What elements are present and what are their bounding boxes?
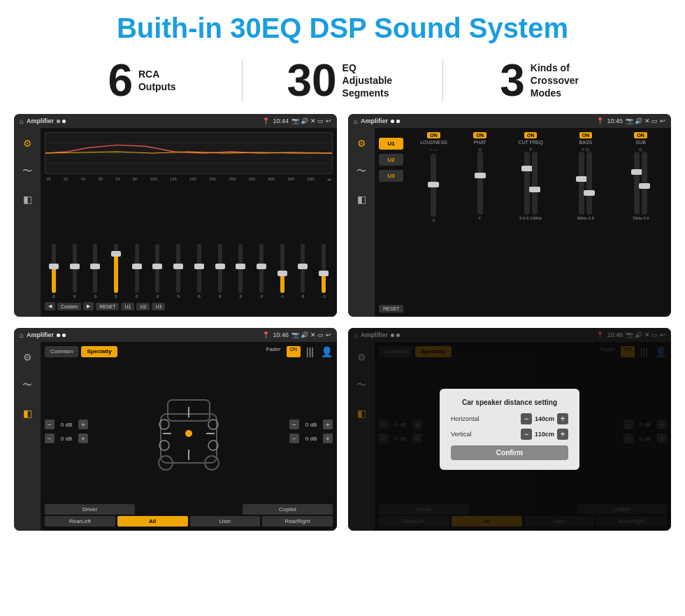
crossover-screen-card: ⌂ Amplifier 📍 10:45 📷 🔊 ✕ ▭ ↩ ⚙ 〜 ◧ U1 U…	[348, 114, 671, 317]
db-plus-2[interactable]: +	[78, 434, 88, 443]
eq-u3-btn[interactable]: U3	[152, 303, 165, 310]
dialog-horizontal-row: Horizontal − 140cm +	[451, 413, 568, 424]
dialog-vertical-control: − 110cm +	[521, 429, 568, 440]
xover-left-sidebar: ⚙ 〜 ◧	[348, 128, 375, 317]
user-icon[interactable]: 👤	[321, 346, 333, 357]
db-plus-4[interactable]: +	[323, 434, 333, 443]
eq-reset-btn[interactable]: RESET	[96, 303, 119, 310]
sidebar-wave-icon[interactable]: 〜	[17, 162, 37, 181]
eq-slider-12[interactable]: -1	[273, 186, 291, 299]
sidebar-eq-icon[interactable]: ⚙	[17, 134, 37, 153]
db-minus-2[interactable]: −	[45, 434, 55, 443]
tab-specialty[interactable]: Specialty	[81, 346, 117, 357]
ch-sub: ON SUB G 70Hz 2.0	[614, 132, 667, 220]
dialog-horizontal-value: 140cm	[535, 415, 554, 422]
eq-slider-8[interactable]: 0	[190, 186, 208, 299]
dialog-vertical-plus[interactable]: +	[557, 429, 568, 440]
spk-sidebar-wave-icon[interactable]: 〜	[17, 375, 37, 395]
fader-label: Fader	[266, 346, 281, 357]
eq-slider-2[interactable]: 0	[66, 186, 84, 299]
db-minus-1[interactable]: −	[45, 420, 55, 429]
dialog-horizontal-plus[interactable]: +	[557, 413, 568, 424]
eq-u1-btn[interactable]: U1	[121, 303, 134, 310]
eq-slider-5[interactable]: 0	[128, 186, 146, 299]
xover-u2-btn[interactable]: U2	[379, 154, 403, 166]
db-control-top-left: − 0 dB +	[45, 420, 88, 429]
eq-slider-1[interactable]: 0	[45, 186, 63, 299]
xover-sidebar-wave-icon[interactable]: 〜	[352, 162, 371, 181]
cutfreq-on-badge[interactable]: ON	[524, 132, 538, 138]
spk-sidebar-spk-icon[interactable]: ◧	[17, 403, 37, 423]
eq-bottom-bar: ◀ Custom ▶ RESET U1 U2 U3	[45, 300, 333, 313]
dialog-horizontal-minus[interactable]: −	[521, 413, 532, 424]
tab-common[interactable]: Common	[45, 346, 78, 357]
xover-sidebar-eq-icon[interactable]: ⚙	[352, 134, 371, 153]
dialog-title: Car speaker distance setting	[451, 399, 568, 406]
eq-slider-4[interactable]: 5	[107, 186, 125, 299]
eq-slider-6[interactable]: 0	[149, 186, 167, 299]
eq-slider-7[interactable]: 0	[169, 186, 187, 299]
btn-rearright[interactable]: RearRight	[262, 516, 333, 527]
dialog-vertical-label: Vertical	[451, 431, 472, 438]
eq-prev-btn[interactable]: ◀	[45, 302, 55, 310]
eq-location-icon: 📍	[262, 117, 270, 124]
stat-number-6: 6	[108, 58, 133, 103]
eq-custom-label: Custom	[57, 303, 81, 310]
spk-time: 10:46	[273, 331, 289, 338]
eq-graph	[45, 132, 333, 174]
db-control-bottom-right: − 0 dB +	[289, 434, 333, 443]
eq-u2-btn[interactable]: U2	[136, 303, 150, 310]
fader-on-btn[interactable]: ON	[287, 346, 301, 357]
stat-item-eq: 30 EQ AdjustableSegments	[243, 58, 442, 103]
ch-cutfreq: ON CUT FREQ F 3.0.0 10	[505, 132, 557, 220]
stat-text-eq: EQ AdjustableSegments	[342, 62, 398, 100]
spk-home-icon[interactable]: ⌂	[20, 331, 24, 339]
dialog-vertical-minus[interactable]: −	[521, 429, 532, 440]
stat-number-30: 30	[287, 58, 336, 103]
spk-status-icons: 📷 🔊 ✕ ▭ ↩	[291, 331, 331, 338]
speaker-screen-card: ⌂ Amplifier 📍 10:46 📷 🔊 ✕ ▭ ↩ ⚙ 〜 ◧ Comm…	[14, 328, 337, 531]
eq-status-icons: 📷 🔊 ✕ ▭ ↩	[291, 117, 331, 124]
car-diagram	[92, 361, 285, 501]
stat-item-crossover: 3 Kinds ofCrossover Modes	[443, 58, 643, 103]
db-plus-3[interactable]: +	[323, 420, 333, 429]
eq-slider-11[interactable]: 0	[252, 186, 271, 299]
btn-copilot[interactable]: Copilot	[243, 504, 333, 515]
eq-slider-9[interactable]: 0	[211, 186, 229, 299]
btn-user[interactable]: User	[190, 516, 261, 527]
btn-driver[interactable]: Driver	[45, 504, 135, 515]
sidebar-speaker-icon[interactable]: ◧	[17, 189, 37, 209]
xover-status-icons: 📷 🔊 ✕ ▭ ↩	[626, 117, 665, 124]
db-minus-4[interactable]: −	[289, 434, 299, 443]
eq-slider-3[interactable]: 0	[86, 186, 104, 299]
stat-text-rca: RCAOutputs	[138, 68, 176, 93]
btn-rearleft[interactable]: RearLeft	[45, 516, 115, 527]
eq-slider-14[interactable]: -1	[315, 186, 333, 299]
stats-row: 6 RCAOutputs 30 EQ AdjustableSegments 3 …	[0, 52, 685, 114]
btn-all[interactable]: All	[117, 516, 188, 527]
xover-time: 10:45	[607, 117, 623, 124]
xover-home-icon[interactable]: ⌂	[354, 117, 358, 125]
spk-dots	[57, 334, 66, 337]
eq-play-btn[interactable]: ▶	[83, 302, 94, 310]
xover-reset-btn[interactable]: RESET	[379, 305, 403, 313]
spk-sidebar-eq-icon[interactable]: ⚙	[17, 348, 37, 367]
home-icon[interactable]: ⌂	[20, 117, 24, 125]
loudness-on-badge[interactable]: ON	[427, 132, 440, 138]
db-minus-3[interactable]: −	[289, 420, 299, 429]
db-plus-1[interactable]: +	[78, 420, 88, 429]
xover-app-name: Amplifier	[361, 117, 388, 124]
phat-on-badge[interactable]: ON	[473, 132, 486, 138]
eq-slider-13[interactable]: 0	[294, 186, 312, 299]
xover-u3-btn[interactable]: U3	[379, 170, 403, 182]
eq-slider-10[interactable]: 0	[231, 186, 250, 299]
screens-grid: ⌂ Amplifier 📍 10:44 📷 🔊 ✕ ▭ ↩ ⚙ 〜 ◧	[0, 114, 685, 531]
xover-dots	[391, 120, 400, 123]
db-control-top-right: − 0 dB +	[289, 420, 333, 429]
bass-on-badge[interactable]: ON	[579, 132, 593, 138]
stat-number-3: 3	[500, 58, 525, 103]
sub-on-badge[interactable]: ON	[634, 132, 647, 138]
xover-sidebar-spk-icon[interactable]: ◧	[352, 189, 371, 209]
xover-u1-btn[interactable]: U1	[379, 138, 403, 150]
confirm-button[interactable]: Confirm	[451, 445, 568, 460]
